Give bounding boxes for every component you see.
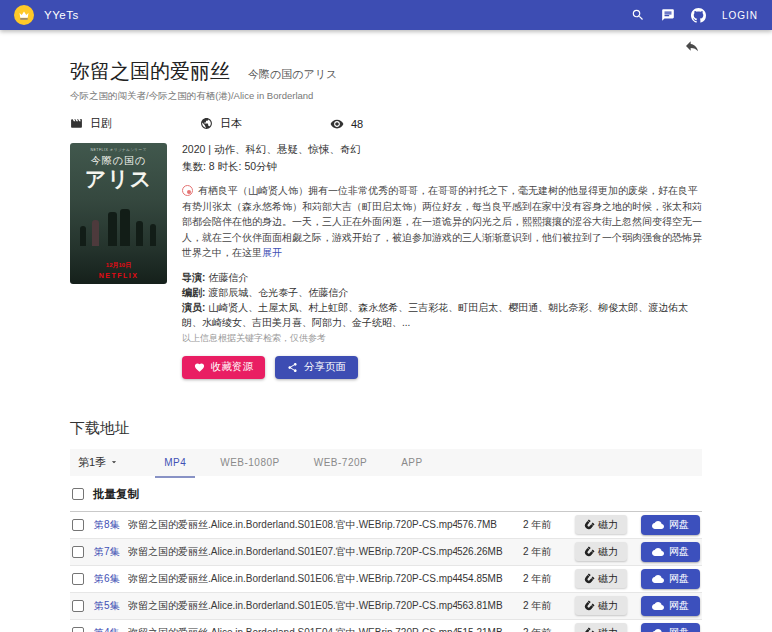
- poster-image: NETFLIX オリジナルシリーズ 今際の国の アリス 12月10日 NETFL…: [70, 143, 167, 284]
- table-row: 第8集 弥留之国的爱丽丝.Alice.in.Borderland.S01E08.…: [70, 512, 702, 539]
- pan-label: 网盘: [669, 626, 689, 632]
- magnet-label: 磁力: [598, 545, 618, 559]
- pan-button[interactable]: 网盘: [641, 623, 700, 632]
- poster-caption: NETFLIX オリジナルシリーズ: [70, 148, 167, 152]
- pan-label: 网盘: [669, 518, 689, 532]
- meta-views: 48: [330, 117, 460, 131]
- eye-icon: [330, 117, 344, 131]
- share-button[interactable]: 分享页面: [275, 356, 358, 379]
- cloud-icon: [652, 547, 664, 557]
- magnet-icon: [582, 544, 596, 558]
- github-icon[interactable]: [691, 8, 706, 23]
- tab-app[interactable]: APP: [384, 449, 440, 476]
- meta-row: 日剧 日本 48: [70, 116, 702, 131]
- meta-region: 日本: [200, 116, 330, 131]
- tab-mp4[interactable]: MP4: [147, 449, 203, 476]
- alias-titles: 今际之国的闯关者/今际之国的有栖(港)/Alice in Borderland: [70, 90, 702, 103]
- login-button[interactable]: LOGIN: [722, 10, 758, 21]
- poster-date: 12月10日: [70, 261, 167, 270]
- file-size: 515.21MB: [457, 627, 523, 632]
- magnet-button[interactable]: 磁力: [575, 542, 627, 561]
- main-content: 弥留之国的爱丽丝 今際の国のアリス 今际之国的闯关者/今际之国的有栖(港)/Al…: [0, 30, 772, 632]
- page-title: 弥留之国的爱丽丝: [70, 58, 230, 85]
- writer-names: 渡部辰城、仓光泰子、佐藤信介: [208, 287, 348, 298]
- file-size: 454.85MB: [457, 573, 523, 584]
- quality-tabs-bar: 第1季 MP4WEB-1080PWEB-720PAPP: [70, 449, 702, 476]
- magnet-label: 磁力: [598, 518, 618, 532]
- row-checkbox[interactable]: [72, 600, 84, 612]
- filename: 弥留之国的爱丽丝.Alice.in.Borderland.S01E07.官中.W…: [128, 545, 457, 559]
- tab-web-720p[interactable]: WEB-720P: [297, 449, 384, 476]
- file-size: 526.26MB: [457, 546, 523, 557]
- season-select[interactable]: 第1季: [70, 449, 129, 476]
- row-checkbox[interactable]: [72, 519, 84, 531]
- expand-link[interactable]: 展开: [262, 247, 282, 258]
- share-icon: [287, 362, 298, 373]
- downloads-heading: 下载地址: [70, 419, 702, 438]
- cloud-icon: [652, 520, 664, 530]
- episode-link[interactable]: 第6集: [94, 572, 128, 586]
- original-title: 今際の国のアリス: [248, 67, 337, 82]
- poster-title-line2: アリス: [70, 165, 167, 193]
- search-icon[interactable]: [631, 8, 645, 22]
- table-row: 第4集 弥留之国的爱丽丝.Alice.in.Borderland.S01E04.…: [70, 620, 702, 632]
- magnet-button[interactable]: 磁力: [575, 515, 627, 534]
- row-checkbox[interactable]: [72, 627, 84, 632]
- table-row: 第7集 弥留之国的爱丽丝.Alice.in.Borderland.S01E07.…: [70, 539, 702, 566]
- synopsis-text: 有栖良平（山崎贤人饰）拥有一位非常优秀的哥哥，在哥哥的衬托之下，毫无建树的他显得…: [182, 185, 702, 258]
- magnet-button[interactable]: 磁力: [575, 569, 627, 588]
- row-checkbox[interactable]: [72, 546, 84, 558]
- table-row: 第5集 弥留之国的爱丽丝.Alice.in.Borderland.S01E05.…: [70, 593, 702, 620]
- disc-icon: [182, 185, 193, 196]
- share-label: 分享页面: [304, 360, 346, 374]
- pan-button[interactable]: 网盘: [641, 515, 700, 535]
- globe-icon: [200, 117, 213, 130]
- heart-icon: [194, 362, 205, 373]
- writer-label: 编剧:: [182, 287, 205, 298]
- brand-name[interactable]: YYeTs: [44, 9, 79, 21]
- tab-web-1080p[interactable]: WEB-1080P: [203, 449, 297, 476]
- file-size: 576.7MB: [457, 519, 523, 530]
- magnet-icon: [582, 625, 596, 632]
- cloud-icon: [652, 574, 664, 584]
- favorite-button[interactable]: 收藏资源: [182, 356, 265, 379]
- episode-link[interactable]: 第7集: [94, 545, 128, 559]
- pan-button[interactable]: 网盘: [641, 542, 700, 562]
- pan-button[interactable]: 网盘: [641, 569, 700, 589]
- magnet-label: 磁力: [598, 572, 618, 586]
- disclaimer: 以上信息根据关键字检索，仅供参考: [182, 332, 702, 345]
- favorite-label: 收藏资源: [211, 360, 253, 374]
- year-genres: 2020 | 动作、科幻、悬疑、惊悚、奇幻: [182, 143, 702, 157]
- magnet-button[interactable]: 磁力: [575, 623, 627, 632]
- cast-label: 演员:: [182, 302, 205, 313]
- episode-link[interactable]: 第8集: [94, 518, 128, 532]
- crown-logo-icon[interactable]: [14, 5, 34, 25]
- meta-type: 日剧: [70, 116, 200, 131]
- meta-type-label: 日剧: [90, 116, 112, 131]
- cloud-icon: [652, 628, 664, 632]
- magnet-icon: [582, 598, 596, 612]
- episode-link[interactable]: 第4集: [94, 626, 128, 632]
- app-bar: YYeTs LOGIN: [0, 0, 772, 30]
- movie-icon: [70, 117, 83, 130]
- pan-label: 网盘: [669, 545, 689, 559]
- upload-age: 2 年前: [523, 572, 575, 586]
- back-icon[interactable]: [684, 38, 700, 57]
- director-line: 导演: 佐藤信介: [182, 270, 702, 285]
- magnet-label: 磁力: [598, 626, 618, 632]
- netflix-logo: NETFLIX: [70, 272, 167, 279]
- batch-checkbox[interactable]: [72, 488, 84, 500]
- director-label: 导演:: [182, 272, 205, 283]
- quality-tabs: MP4WEB-1080PWEB-720PAPP: [147, 449, 440, 476]
- upload-age: 2 年前: [523, 599, 575, 613]
- row-checkbox[interactable]: [72, 573, 84, 585]
- episode-link[interactable]: 第5集: [94, 599, 128, 613]
- chevron-down-icon: [109, 457, 119, 467]
- episode-table: 第8集 弥留之国的爱丽丝.Alice.in.Borderland.S01E08.…: [70, 511, 702, 632]
- cloud-icon: [652, 601, 664, 611]
- pan-button[interactable]: 网盘: [641, 596, 700, 616]
- pan-label: 网盘: [669, 572, 689, 586]
- chat-icon[interactable]: [661, 8, 675, 22]
- batch-copy-label: 批量复制: [93, 487, 139, 502]
- magnet-button[interactable]: 磁力: [575, 596, 627, 615]
